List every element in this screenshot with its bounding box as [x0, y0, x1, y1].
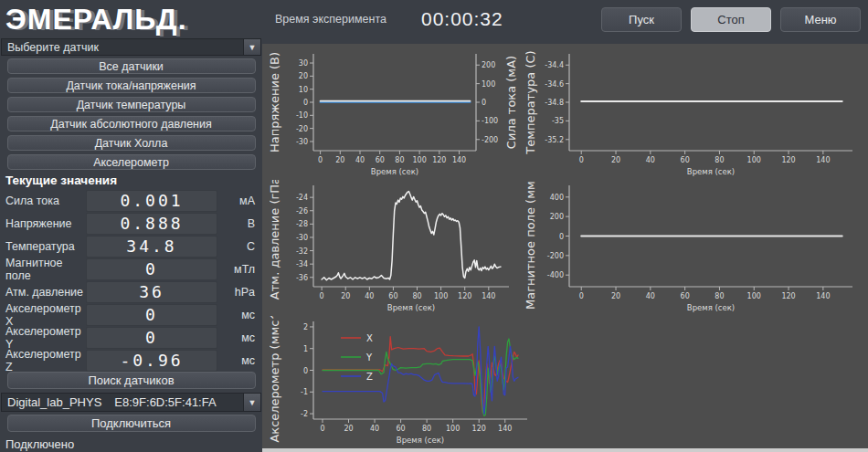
svg-text:40: 40: [370, 425, 379, 433]
reading-unit: hPa: [235, 286, 255, 299]
chart-accelerometer: 210-1-2020406080100120140Время (сек)Аксе…: [270, 316, 536, 447]
svg-text:-30: -30: [296, 234, 308, 242]
svg-text:-35.2: -35.2: [545, 136, 564, 144]
reading-label: Температура: [5, 240, 86, 253]
svg-text:80: 80: [422, 425, 431, 433]
chart-pressure: -24-26-28-30-32-34-36020406080100120140В…: [270, 180, 518, 314]
experiment-time-value: 00:00:32: [421, 8, 503, 30]
connect-button[interactable]: Подключиться: [7, 415, 256, 432]
sensor-select[interactable]: Выберите датчик ▼: [1, 38, 261, 56]
sensor-button-pressure[interactable]: Датчик абсолютного давления: [7, 116, 256, 131]
svg-text:Акселерометр (ммс^2): Акселерометр (ммс^2): [270, 316, 281, 443]
reading-row-current: Сила тока 0.001 мА: [0, 189, 262, 212]
svg-text:-10: -10: [296, 111, 308, 120]
svg-text:60: 60: [397, 425, 406, 433]
sensor-button-accelerometer[interactable]: Акселерометр: [7, 154, 256, 170]
svg-text:-36: -36: [296, 274, 308, 282]
reading-label: Сила тока: [5, 194, 86, 207]
svg-text:-35: -35: [552, 117, 564, 125]
svg-text:200: 200: [482, 61, 495, 69]
svg-text:40: 40: [646, 292, 655, 300]
reading-unit: мТл: [234, 263, 255, 276]
svg-text:100: 100: [446, 425, 460, 433]
svg-text:-34: -34: [296, 260, 308, 268]
svg-text:-26: -26: [296, 207, 308, 215]
svg-text:-1: -1: [301, 388, 308, 396]
reading-row-pressure: Атм. давление 36 hPa: [0, 280, 262, 303]
reading-unit: С: [247, 240, 255, 253]
svg-text:120: 120: [458, 292, 471, 300]
svg-text:Y: Y: [365, 352, 373, 363]
reading-value-display: 0: [86, 258, 217, 280]
menu-button[interactable]: Меню: [780, 7, 861, 32]
svg-text:0: 0: [482, 99, 486, 107]
reading-unit: мА: [239, 194, 255, 207]
svg-text:20: 20: [335, 156, 344, 164]
chart-svg: 3020100-10-20-302001000-100-200020406080…: [270, 48, 518, 178]
svg-text:Магнитное поле (ммГс): Магнитное поле (ммГс): [525, 180, 537, 310]
chevron-down-icon[interactable]: ▼: [243, 394, 260, 411]
bottom-edge: [262, 448, 868, 452]
device-select[interactable]: Digital_lab_PHYS E8:9F:6D:5F:41:FA ▼: [1, 393, 261, 412]
sensor-button-current-voltage[interactable]: Датчик тока/напряжения: [7, 78, 256, 93]
app-window: ЭМЕРАЛЬД. Выберите датчик ▼ Все датчики …: [0, 0, 868, 452]
reading-value-display: 0: [86, 304, 217, 326]
svg-text:X: X: [366, 333, 373, 343]
svg-text:100: 100: [747, 292, 761, 300]
svg-text:140: 140: [816, 156, 830, 164]
svg-text:Время (сек): Время (сек): [687, 167, 735, 176]
svg-text:120: 120: [781, 292, 795, 300]
svg-text:Время (сек): Время (сек): [371, 167, 418, 176]
reading-unit: В: [248, 217, 255, 230]
svg-text:Время (сек): Время (сек): [387, 303, 435, 312]
svg-text:60: 60: [388, 292, 397, 300]
chart-svg: 210-1-2020406080100120140Время (сек)Аксе…: [270, 316, 536, 447]
top-bar: Время эксперимента 00:00:32 Пуск Стоп Ме…: [262, 0, 868, 44]
svg-text:60: 60: [376, 156, 385, 164]
svg-text:40: 40: [355, 156, 365, 164]
svg-text:-30: -30: [296, 138, 308, 146]
svg-text:Время (сек): Время (сек): [687, 303, 735, 312]
svg-text:-20: -20: [296, 125, 308, 133]
svg-text:Атм. давление (гПа): Атм. давление (гПа): [270, 180, 281, 300]
reading-label: Акселерометр X: [5, 302, 86, 328]
svg-text:100: 100: [482, 80, 495, 89]
svg-text:-34.8: -34.8: [545, 99, 564, 107]
svg-text:400: 400: [550, 194, 564, 202]
svg-text:20: 20: [344, 425, 353, 433]
svg-text:20: 20: [299, 72, 308, 80]
svg-text:30: 30: [299, 59, 308, 68]
top-buttons: Пуск Стоп Меню: [601, 7, 861, 32]
svg-text:100: 100: [412, 156, 426, 164]
svg-text:40: 40: [365, 292, 374, 300]
svg-text:140: 140: [482, 292, 495, 300]
sensor-button-hall[interactable]: Датчик Холла: [7, 135, 256, 151]
svg-text:-100: -100: [482, 117, 498, 125]
start-button[interactable]: Пуск: [601, 7, 682, 32]
reading-label: Атм. давление: [5, 286, 86, 299]
reading-label: Акселерометр Y: [5, 325, 86, 351]
reading-unit: мс: [241, 309, 255, 321]
chart-voltage-current: 3020100-10-20-302001000-100-200020406080…: [270, 48, 518, 178]
svg-text:-2: -2: [301, 410, 308, 418]
svg-text:60: 60: [681, 156, 690, 164]
svg-text:0: 0: [318, 156, 323, 164]
reading-value-display: -0.96: [86, 350, 217, 372]
svg-text:80: 80: [715, 292, 724, 300]
svg-text:80: 80: [715, 156, 724, 164]
sensor-button-all[interactable]: Все датчики: [7, 58, 256, 74]
search-sensors-button[interactable]: Поиск датчиков: [7, 372, 256, 389]
svg-text:-34.6: -34.6: [545, 80, 564, 89]
svg-text:40: 40: [646, 156, 655, 164]
svg-text:200: 200: [550, 213, 564, 221]
stop-button[interactable]: Стоп: [691, 7, 771, 32]
svg-text:-400: -400: [547, 271, 564, 279]
svg-text:80: 80: [412, 292, 421, 300]
sensor-button-temperature[interactable]: Датчик температуры: [7, 97, 256, 112]
chevron-down-icon[interactable]: ▼: [243, 39, 260, 55]
svg-text:0: 0: [320, 425, 324, 433]
svg-text:140: 140: [452, 156, 466, 164]
svg-text:2: 2: [303, 323, 308, 331]
svg-text:Температура (С): Температура (С): [525, 50, 537, 154]
sensor-select-value: Выберите датчик: [7, 41, 99, 54]
